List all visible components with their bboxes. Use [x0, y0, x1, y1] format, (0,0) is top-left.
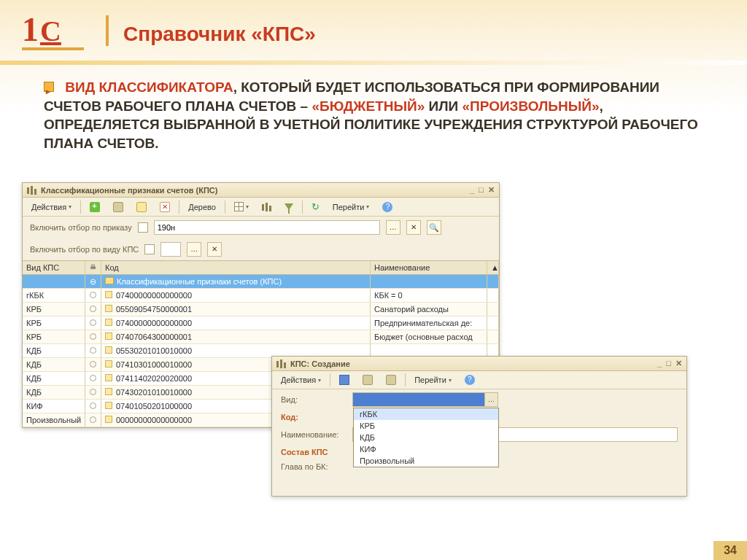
bullet-icon	[44, 82, 54, 92]
minimize-button[interactable]: _	[657, 359, 662, 368]
table-row[interactable]: КРБ07407064300000001Бюджет (основные рас…	[23, 330, 499, 344]
page-title: Справочник «КПС»	[123, 23, 316, 46]
table-row[interactable]: КРБ05509054750000001Санаторий расходы	[23, 303, 499, 316]
help-icon: ?	[382, 202, 392, 212]
tree-toggle[interactable]: Дерево	[184, 201, 220, 213]
pencil-icon	[136, 202, 147, 212]
window1-title: Классификационные признаки счетов (КПС)	[41, 186, 217, 195]
label-sostav: Состав КПС	[281, 448, 328, 456]
chart-button[interactable]	[258, 201, 276, 213]
vid-option[interactable]: КДБ	[354, 432, 498, 443]
col-header-nm[interactable]: Наименование	[371, 261, 487, 274]
ok-button[interactable]	[382, 373, 400, 386]
help-icon: ?	[465, 375, 475, 385]
maximize-button[interactable]: □	[479, 185, 484, 195]
form-icon	[386, 375, 396, 385]
copy-button[interactable]	[358, 373, 377, 386]
grid-button[interactable]: ▾	[230, 201, 253, 213]
help-button[interactable]: ?	[460, 373, 479, 386]
goto-menu[interactable]: Перейти▾	[410, 374, 456, 386]
actions-menu[interactable]: Действия▾	[276, 374, 325, 386]
filter-button[interactable]	[280, 202, 298, 211]
actions-menu[interactable]: Действия▾	[27, 201, 76, 213]
vid-option[interactable]: Произвольный	[354, 455, 498, 467]
delete-button[interactable]: ✕	[155, 201, 174, 214]
vid-option[interactable]: гКБК	[354, 408, 498, 420]
logo-1c: 1C	[22, 10, 84, 50]
filter-order-pick[interactable]: …	[386, 220, 400, 235]
vid-option[interactable]: КИФ	[354, 443, 498, 455]
filter-kind-input[interactable]	[160, 242, 181, 257]
vid-option[interactable]: КРБ	[354, 420, 498, 432]
bars-icon	[262, 203, 271, 211]
copy-icon	[113, 202, 123, 212]
goto-menu[interactable]: Перейти▾	[328, 201, 374, 213]
copy-button[interactable]	[109, 201, 128, 214]
filter-order-clear[interactable]: ✕	[406, 220, 421, 235]
col-header-kod[interactable]: Код	[101, 261, 371, 274]
filter-order-input[interactable]	[154, 220, 380, 235]
close-button[interactable]: ✕	[488, 185, 495, 195]
refresh-button[interactable]: ↻	[307, 200, 324, 214]
label-nm: Наименование:	[281, 430, 347, 439]
close-button[interactable]: ✕	[676, 359, 682, 368]
filter-order-label: Включить отбор по приказу	[30, 223, 132, 232]
filter-order-search[interactable]: 🔍	[427, 220, 441, 235]
table-row[interactable]: гКБК07400000000000000КБК = 0	[23, 289, 499, 303]
diskette-icon	[339, 375, 349, 385]
help-button[interactable]: ?	[378, 201, 397, 214]
refresh-icon: ↻	[311, 201, 320, 212]
vid-dropdown[interactable]: … гКБК КРБ КДБ КИФ Произвольный	[352, 392, 498, 407]
table-row[interactable]: КРБ07400000000000000Предпринимательская …	[23, 316, 499, 330]
filter-kind-pick[interactable]: …	[187, 242, 201, 257]
edit-button[interactable]	[132, 201, 151, 214]
filter-kind-clear[interactable]: ✕	[207, 242, 222, 257]
window-icon	[276, 359, 286, 368]
add-button[interactable]	[85, 201, 104, 214]
table-folder-row[interactable]: ⊖ Классификационные признаки счетов (КПС…	[23, 275, 499, 289]
col-header-status[interactable]: ≞	[85, 261, 101, 274]
filter-kind-label: Включить отбор по виду КПС	[30, 245, 139, 254]
funnel-icon	[285, 203, 293, 210]
minimize-button[interactable]: _	[470, 185, 474, 195]
filter-kind-checkbox[interactable]	[144, 244, 155, 254]
vid-dropdown-list[interactable]: гКБК КРБ КДБ КИФ Произвольный	[353, 408, 499, 467]
maximize-button[interactable]: □	[666, 359, 671, 368]
label-kod: Код:	[281, 413, 347, 421]
label-glava: Глава по БК:	[281, 462, 347, 471]
grid-icon	[234, 202, 244, 211]
page-number: 34	[713, 541, 747, 560]
x-icon: ✕	[160, 202, 170, 212]
dropdown-toggle[interactable]: …	[484, 393, 498, 406]
window-icon	[27, 186, 36, 195]
copy-icon	[363, 375, 373, 385]
col-header-scroll: ▲	[487, 261, 499, 274]
plus-icon	[90, 202, 100, 212]
label-vid: Вид:	[281, 395, 347, 404]
filter-order-checkbox[interactable]	[138, 222, 148, 233]
window2-title: КПС: Создание	[290, 359, 350, 368]
save-button[interactable]	[335, 373, 354, 386]
col-header-vid[interactable]: Вид КПС	[23, 261, 85, 274]
description-text: Вид классификатора, который будет исполь…	[0, 65, 747, 160]
